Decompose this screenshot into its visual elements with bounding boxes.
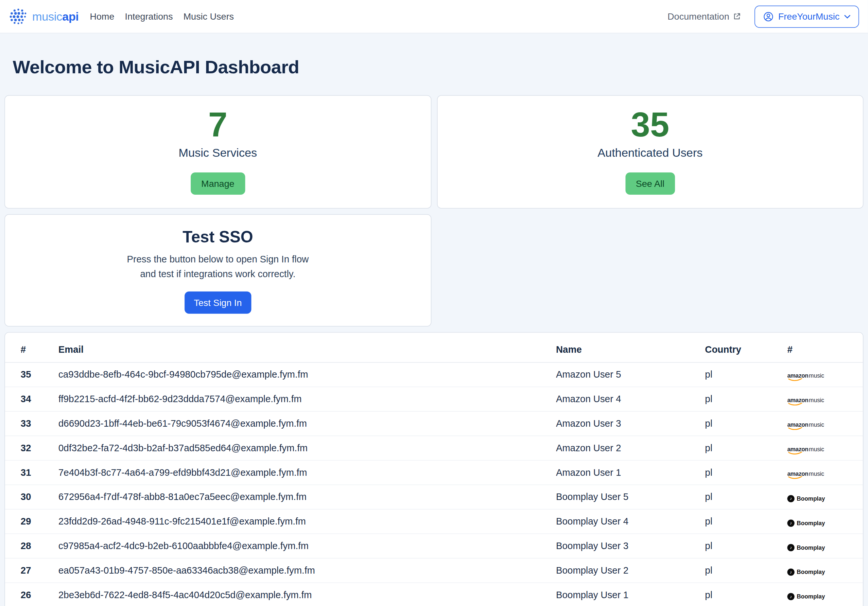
row-email: ca93ddbe-8efb-464c-9bcf-94980cb795de@exa… <box>59 369 556 380</box>
music-services-label: Music Services <box>16 146 419 160</box>
row-name: Boomplay User 3 <box>556 541 705 552</box>
header-name: Name <box>556 344 705 355</box>
boomplay-note-icon: ♪ <box>787 520 794 527</box>
table-row[interactable]: 32 0df32be2-fa72-4d3b-b2af-b37ad585ed64@… <box>5 436 863 461</box>
row-name: Amazon User 3 <box>556 418 705 429</box>
amazon-smile-icon <box>788 452 803 455</box>
row-id: 35 <box>21 369 59 380</box>
boomplay-logo: ♪ Boomplay <box>787 520 825 527</box>
row-name: Boomplay User 2 <box>556 565 705 576</box>
row-country: pl <box>705 516 787 527</box>
table-row[interactable]: 33 d6690d23-1bff-44eb-be61-79c9053f4674@… <box>5 412 863 436</box>
row-service-logo: amazon music ♪ Boomplay <box>787 418 852 429</box>
row-email: ea057a43-01b9-4757-850e-aa63346acb38@exa… <box>59 565 556 576</box>
row-email: 2be3eb6d-7622-4ed8-84f5-4ac404d20c5d@exa… <box>59 589 556 600</box>
test-sso-card: Test SSO Press the button below to open … <box>5 214 431 326</box>
boomplay-note-icon: ♪ <box>787 544 794 552</box>
row-service-logo: amazon music ♪ Boomplay <box>787 541 852 552</box>
boomplay-logo: ♪ Boomplay <box>787 495 825 502</box>
boomplay-note-icon: ♪ <box>787 569 794 576</box>
test-sso-description: Press the button below to open Sign In f… <box>16 253 419 281</box>
authenticated-users-count: 35 <box>448 108 852 141</box>
boomplay-note-icon: ♪ <box>787 495 794 502</box>
dashboard-cards: 7 Music Services Manage 35 Authenticated… <box>5 95 864 326</box>
table-row[interactable]: 31 7e404b3f-8c77-4a64-a799-efd9bbf43d21@… <box>5 461 863 485</box>
row-email: d6690d23-1bff-44eb-be61-79c9053f4674@exa… <box>59 418 556 429</box>
row-service-logo: amazon music ♪ Boomplay <box>787 394 852 405</box>
row-service-logo: amazon music ♪ Boomplay <box>787 565 852 576</box>
brand-name: musicapi <box>33 10 79 23</box>
row-id: 27 <box>21 565 59 576</box>
row-id: 26 <box>21 589 59 600</box>
nav-item-home[interactable]: Home <box>90 11 115 22</box>
amazon-music-logo: amazon music <box>787 443 824 452</box>
user-icon <box>763 11 774 22</box>
header-country: Country <box>705 344 787 355</box>
row-email: ff9b2215-acfd-4f2f-bb62-9d23ddda7574@exa… <box>59 394 556 405</box>
navbar-right: Documentation FreeYourMusic <box>668 5 859 28</box>
manage-button[interactable]: Manage <box>191 172 245 195</box>
amazon-music-logo: amazon music <box>787 468 824 477</box>
row-id: 34 <box>21 394 59 405</box>
row-id: 33 <box>21 418 59 429</box>
users-table-body: 35 ca93ddbe-8efb-464c-9bcf-94980cb795de@… <box>5 362 863 606</box>
amazon-music-logo: amazon music <box>787 370 824 379</box>
row-service-logo: amazon music ♪ Boomplay <box>787 467 852 478</box>
row-name: Boomplay User 4 <box>556 516 705 527</box>
row-email: 23fdd2d9-26ad-4948-911c-9fc215401e1f@exa… <box>59 516 556 527</box>
table-row[interactable]: 27 ea057a43-01b9-4757-850e-aa63346acb38@… <box>5 559 863 583</box>
music-services-card: 7 Music Services Manage <box>5 95 431 209</box>
row-name: Boomplay User 5 <box>556 491 705 503</box>
row-country: pl <box>705 589 787 600</box>
navbar: musicapi Home Integrations Music Users D… <box>0 0 868 33</box>
row-country: pl <box>705 418 787 429</box>
nav-item-integrations[interactable]: Integrations <box>125 11 173 22</box>
row-service-logo: amazon music ♪ Boomplay <box>787 589 852 600</box>
amazon-smile-icon <box>788 427 803 430</box>
users-table-card: # Email Name Country # 35 ca93ddbe-8efb-… <box>5 332 864 606</box>
table-row[interactable]: 34 ff9b2215-acfd-4f2f-bb62-9d23ddda7574@… <box>5 387 863 412</box>
brand-logo[interactable]: musicapi <box>9 7 79 26</box>
boomplay-logo: ♪ Boomplay <box>787 569 825 576</box>
page-title: Welcome to MusicAPI Dashboard <box>13 57 868 78</box>
row-country: pl <box>705 565 787 576</box>
header-id: # <box>21 344 59 355</box>
row-id: 32 <box>21 442 59 454</box>
amazon-smile-icon <box>788 378 803 381</box>
table-row[interactable]: 30 672956a4-f7df-478f-abb8-81a0ec7a5eec@… <box>5 485 863 510</box>
row-country: pl <box>705 541 787 552</box>
header-email: Email <box>59 344 556 355</box>
navbar-left: musicapi Home Integrations Music Users <box>9 7 234 26</box>
documentation-link[interactable]: Documentation <box>668 11 741 22</box>
amazon-music-logo: amazon music <box>787 394 824 404</box>
table-row[interactable]: 29 23fdd2d9-26ad-4948-911c-9fc215401e1f@… <box>5 510 863 534</box>
see-all-button[interactable]: See All <box>625 172 675 195</box>
app: musicapi Home Integrations Music Users D… <box>0 0 868 606</box>
row-country: pl <box>705 491 787 503</box>
row-email: 7e404b3f-8c77-4a64-a799-efd9bbf43d21@exa… <box>59 467 556 478</box>
amazon-music-logo: amazon music <box>787 418 824 428</box>
row-name: Amazon User 4 <box>556 394 705 405</box>
row-country: pl <box>705 467 787 478</box>
chevron-down-icon <box>844 14 851 19</box>
row-service-logo: amazon music ♪ Boomplay <box>787 442 852 454</box>
row-email: 0df32be2-fa72-4d3b-b2af-b37ad585ed64@exa… <box>59 442 556 454</box>
brand-dots-icon <box>9 7 28 26</box>
row-service-logo: amazon music ♪ Boomplay <box>787 369 852 380</box>
row-name: Amazon User 2 <box>556 442 705 454</box>
row-name: Amazon User 5 <box>556 369 705 380</box>
row-country: pl <box>705 442 787 454</box>
row-country: pl <box>705 394 787 405</box>
main-nav: Home Integrations Music Users <box>90 11 234 22</box>
table-row[interactable]: 26 2be3eb6d-7622-4ed8-84f5-4ac404d20c5d@… <box>5 583 863 606</box>
boomplay-logo: ♪ Boomplay <box>787 593 825 600</box>
authenticated-users-card: 35 Authenticated Users See All <box>437 95 863 209</box>
nav-item-music-users[interactable]: Music Users <box>183 11 234 22</box>
test-sign-in-button[interactable]: Test Sign In <box>184 292 251 314</box>
table-row[interactable]: 28 c97985a4-acf2-4dc9-b2eb-6100aabbbfe4@… <box>5 534 863 559</box>
amazon-smile-icon <box>788 476 803 479</box>
account-menu-button[interactable]: FreeYourMusic <box>754 5 859 28</box>
test-sso-title: Test SSO <box>16 228 419 246</box>
row-email: 672956a4-f7df-478f-abb8-81a0ec7a5eec@exa… <box>59 491 556 503</box>
table-row[interactable]: 35 ca93ddbe-8efb-464c-9bcf-94980cb795de@… <box>5 362 863 387</box>
